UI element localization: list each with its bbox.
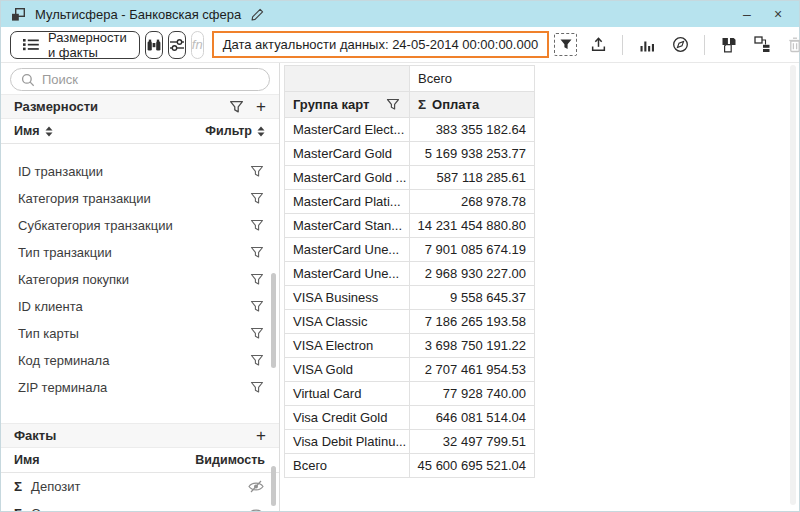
add-dimension-button[interactable]: + — [256, 98, 266, 115]
dimension-item[interactable]: ID клиента — [1, 293, 279, 320]
chart-view-button[interactable] — [635, 33, 659, 57]
table-row[interactable]: MasterCard Une... 2 968 930 227.00 — [285, 262, 535, 286]
table-row[interactable]: VISA Electron 3 698 750 191.22 — [285, 334, 535, 358]
dimensions-facts-button[interactable]: Размерности и факты — [10, 31, 140, 59]
value-cell[interactable]: 268 978.78 — [410, 190, 535, 214]
table-row[interactable]: MasterCard Elect... 383 355 182.64 — [285, 118, 535, 142]
dimension-item[interactable]: Тип транзакции — [1, 239, 279, 266]
table-row[interactable]: MasterCard Stan... 14 231 454 880.80 — [285, 214, 535, 238]
table-row[interactable]: VISA Classic 7 186 265 193.58 — [285, 310, 535, 334]
dimensions-title: Размерности — [14, 99, 98, 114]
filter-icon[interactable] — [250, 192, 264, 205]
group-cell[interactable]: VISA Gold — [285, 358, 410, 382]
filter-icon[interactable] — [250, 381, 264, 394]
fact-item-deposit[interactable]: Σ Депозит — [1, 473, 279, 500]
value-cell[interactable]: 587 118 285.61 — [410, 166, 535, 190]
sort-icon[interactable] — [257, 126, 265, 137]
group-cell[interactable]: VISA Electron — [285, 334, 410, 358]
table-row[interactable]: VISA Business 9 558 645.37 — [285, 286, 535, 310]
settings-sliders-button[interactable] — [168, 31, 186, 59]
filter-icon[interactable] — [250, 327, 264, 340]
add-fact-button[interactable]: + — [256, 427, 266, 444]
close-button[interactable]: × — [767, 1, 789, 27]
filter-icon[interactable] — [250, 165, 264, 178]
value-cell[interactable]: 7 186 265 193.58 — [410, 310, 535, 334]
table-row[interactable]: Virtual Card 77 928 740.00 — [285, 382, 535, 406]
table-row[interactable]: MasterCard Gold ... 587 118 285.61 — [285, 166, 535, 190]
group-cell[interactable]: Visa Debit Platinu... — [285, 430, 410, 454]
eye-icon[interactable] — [248, 507, 264, 511]
filter-icon[interactable] — [250, 300, 264, 313]
table-row[interactable]: Visa Debit Platinu... 32 497 799.51 — [285, 430, 535, 454]
dimension-label: Категория транзакции — [18, 191, 151, 206]
copy-multisphere-button[interactable] — [717, 33, 741, 57]
group-cell[interactable]: MasterCard Plati... — [285, 190, 410, 214]
value-cell[interactable]: 14 231 454 880.80 — [410, 214, 535, 238]
value-cell[interactable]: 2 707 461 954.53 — [410, 358, 535, 382]
filter-icon[interactable] — [250, 219, 264, 232]
group-cell[interactable]: MasterCard Une... — [285, 262, 410, 286]
group-cell[interactable]: Virtual Card — [285, 382, 410, 406]
group-cell[interactable]: MasterCard Gold — [285, 142, 410, 166]
search-box[interactable] — [10, 68, 270, 91]
group-cell[interactable]: MasterCard Stan... — [285, 214, 410, 238]
group-cell[interactable]: Visa Credit Gold — [285, 406, 410, 430]
filter-icon[interactable] — [250, 354, 264, 367]
group-cell[interactable]: VISA Classic — [285, 310, 410, 334]
table-row[interactable]: VISA Gold 2 707 461 954.53 — [285, 358, 535, 382]
filter-icon[interactable] — [250, 273, 264, 286]
layout-button[interactable] — [750, 33, 774, 57]
value-cell[interactable]: 3 698 750 191.22 — [410, 334, 535, 358]
fn-button[interactable]: fn — [191, 31, 204, 59]
minimize-button[interactable]: – — [736, 1, 758, 27]
table-row[interactable]: Visa Credit Gold 646 081 514.04 — [285, 406, 535, 430]
filter-icon[interactable] — [250, 246, 264, 259]
delete-button[interactable] — [783, 33, 800, 57]
value-column-header[interactable]: Σ Оплата — [410, 92, 535, 118]
sort-icon[interactable] — [45, 126, 53, 137]
dimension-item[interactable]: Категория покупки — [1, 266, 279, 293]
dimensions-filter-icon[interactable] — [229, 100, 244, 114]
group-cell[interactable]: MasterCard Gold ... — [285, 166, 410, 190]
value-cell[interactable]: 45 600 695 521.04 — [410, 454, 535, 478]
table-row[interactable]: MasterCard Une... 7 901 085 674.19 — [285, 238, 535, 262]
value-cell[interactable]: 5 169 938 253.77 — [410, 142, 535, 166]
value-cell[interactable]: 646 081 514.04 — [410, 406, 535, 430]
dimension-item[interactable]: Тип карты — [1, 320, 279, 347]
value-cell[interactable]: 2 968 930 227.00 — [410, 262, 535, 286]
filter-icon[interactable] — [386, 98, 400, 111]
total-column-header[interactable]: Всего — [410, 66, 535, 92]
filter-tool-button[interactable] — [554, 33, 577, 56]
sliders-icon — [169, 37, 185, 53]
dimension-item[interactable]: ID транзакции — [1, 158, 279, 185]
app-window: Мультисфера - Банковская сфера – × Разме… — [0, 0, 800, 512]
dashboard-button[interactable] — [668, 33, 692, 57]
value-cell[interactable]: 32 497 799.51 — [410, 430, 535, 454]
group-cell[interactable]: VISA Business — [285, 286, 410, 310]
main-scrollbar[interactable] — [790, 65, 796, 505]
group-cell[interactable]: MasterCard Une... — [285, 238, 410, 262]
dimension-item[interactable]: Субкатегория транзакции — [1, 212, 279, 239]
table-row[interactable]: MasterCard Plati... 268 978.78 — [285, 190, 535, 214]
dimension-item[interactable]: Категория транзакции — [1, 185, 279, 212]
search-elements-button[interactable] — [145, 31, 163, 59]
group-column-header[interactable]: Группа карт — [285, 92, 410, 118]
dimension-item[interactable]: Код терминала — [1, 347, 279, 374]
table-row[interactable]: Всего 45 600 695 521.04 — [285, 454, 535, 478]
value-cell[interactable]: 383 355 182.64 — [410, 118, 535, 142]
sidebar-scrollbar-thumb[interactable] — [271, 273, 276, 368]
value-cell[interactable]: 7 901 085 674.19 — [410, 238, 535, 262]
search-input[interactable] — [42, 72, 259, 87]
fact-label: Депозит — [31, 479, 80, 494]
group-cell[interactable]: Всего — [285, 454, 410, 478]
eye-slash-icon[interactable] — [248, 480, 264, 493]
value-cell[interactable]: 77 928 740.00 — [410, 382, 535, 406]
facts-scrollbar-thumb[interactable] — [271, 466, 276, 506]
export-button[interactable] — [586, 33, 610, 57]
value-cell[interactable]: 9 558 645.37 — [410, 286, 535, 310]
dimension-item[interactable]: ZIP терминала — [1, 374, 279, 401]
table-row[interactable]: MasterCard Gold 5 169 938 253.77 — [285, 142, 535, 166]
fact-item-payment[interactable]: Σ Оплата — [1, 500, 279, 511]
edit-title-icon[interactable] — [250, 7, 265, 22]
group-cell[interactable]: MasterCard Elect... — [285, 118, 410, 142]
